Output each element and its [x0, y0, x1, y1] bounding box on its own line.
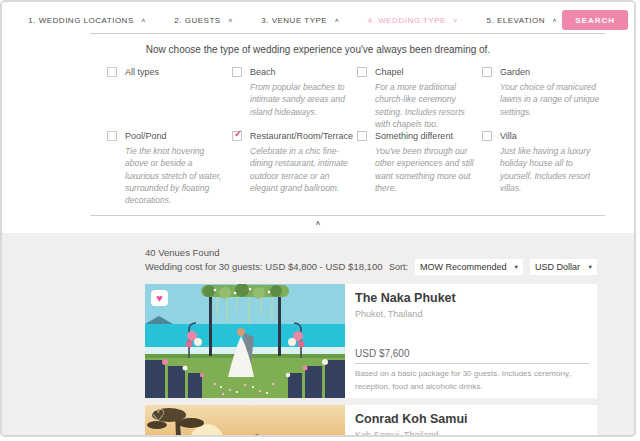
- heart-outline-icon: ♡: [151, 407, 165, 424]
- collapse-panel-chevron-icon[interactable]: ∧: [2, 219, 634, 231]
- chevron-up-icon: ∧: [141, 17, 147, 23]
- favorite-button[interactable]: ♥: [151, 290, 168, 306]
- step-label: 2. GUESTS: [174, 16, 220, 25]
- step-label: 4. WEDDING TYPE: [368, 16, 446, 25]
- chevron-up-icon: ∧: [228, 17, 234, 23]
- sort-select[interactable]: MOW Recommended: [415, 259, 523, 275]
- results-section: 40 Venues Found Wedding cost for 30 gues…: [2, 233, 634, 437]
- venue-location: Phuket, Thailand: [355, 309, 587, 319]
- divider: [90, 33, 605, 34]
- filter-option-chapel[interactable]: Chapel For a more traditional church-lik…: [357, 67, 482, 131]
- venue-package-note: Based on a basic package for 30 guests. …: [355, 368, 589, 393]
- sunset-wedding-photo: [145, 405, 345, 437]
- step-label: 3. VENUE TYPE: [261, 16, 327, 25]
- filter-option-restaurant[interactable]: ✓ Restaurant/Room/Terrace Celebrate in a…: [232, 131, 357, 207]
- venue-name: The Naka Phuket: [355, 291, 587, 305]
- checkbox-icon[interactable]: [357, 67, 367, 77]
- step-venue-type[interactable]: 3. VENUE TYPE ∧: [247, 16, 354, 25]
- venue-photo: ♡: [145, 405, 345, 437]
- wedding-search-page: 1. WEDDING LOCATIONS ∧ 2. GUESTS ∧ 3. VE…: [0, 0, 636, 437]
- filter-option-something-different[interactable]: Something different You've been through …: [357, 131, 482, 207]
- currency-select[interactable]: USD Dollar: [530, 259, 597, 275]
- chevron-up-icon: ∧: [552, 17, 558, 23]
- beach-wedding-photo: [145, 284, 345, 398]
- checkmark-icon: ✓: [234, 128, 242, 139]
- chevron-up-icon: ∧: [334, 17, 340, 23]
- intro-text: Now choose the type of wedding experienc…: [2, 44, 634, 55]
- checkbox-icon[interactable]: [357, 131, 367, 141]
- cost-range: Wedding cost for 30 guests: USD $4,800 -…: [145, 260, 382, 275]
- checkbox-icon[interactable]: [107, 131, 117, 141]
- venue-card-conrad-koh-samui[interactable]: ♡ Conrad Koh Samui Koh Samui, Thailand: [145, 405, 597, 437]
- filter-option-pool-pond[interactable]: Pool/Pond Tie the knot hovering above or…: [107, 131, 232, 207]
- checkbox-checked-icon[interactable]: ✓: [232, 131, 242, 141]
- chevron-down-icon: ∨: [453, 17, 459, 23]
- filter-option-beach[interactable]: Beach From popular beaches to intimate s…: [232, 67, 357, 131]
- step-label: 5. ELEVATION: [486, 16, 545, 25]
- currency-dropdown[interactable]: USD Dollar ▼: [530, 259, 597, 275]
- venue-location: Koh Samui, Thailand: [355, 430, 587, 437]
- sort-dropdown[interactable]: MOW Recommended ▼: [415, 259, 523, 275]
- venues-count: 40 Venues Found: [145, 246, 382, 261]
- step-wedding-type[interactable]: 4. WEDDING TYPE ∨: [354, 16, 473, 25]
- heart-icon: ♥: [156, 293, 163, 304]
- venue-price: USD $7,600: [355, 348, 589, 364]
- favorite-button[interactable]: ♡: [151, 408, 165, 424]
- venue-photo: ♥: [145, 284, 345, 398]
- checkbox-icon[interactable]: [232, 67, 242, 77]
- venue-name: Conrad Koh Samui: [355, 412, 587, 426]
- filter-option-villa[interactable]: Villa Just like having a luxury holiday …: [482, 131, 607, 207]
- sort-label: Sort:: [389, 262, 408, 272]
- checkbox-icon[interactable]: [482, 131, 492, 141]
- step-elevation[interactable]: 5. ELEVATION ∧: [472, 16, 571, 25]
- results-header: 40 Venues Found Wedding cost for 30 gues…: [145, 246, 597, 275]
- checkbox-icon[interactable]: [482, 67, 492, 77]
- wedding-type-options: All types Beach From popular beaches to …: [107, 67, 634, 207]
- filter-option-garden[interactable]: Garden Your choice of manicured lawns in…: [482, 67, 607, 131]
- filter-option-all-types[interactable]: All types: [107, 67, 232, 131]
- step-navigation: 1. WEDDING LOCATIONS ∧ 2. GUESTS ∧ 3. VE…: [2, 10, 634, 30]
- step-label: 1. WEDDING LOCATIONS: [28, 16, 133, 25]
- step-wedding-locations[interactable]: 1. WEDDING LOCATIONS ∧: [14, 16, 160, 25]
- filter-panel: 1. WEDDING LOCATIONS ∧ 2. GUESTS ∧ 3. VE…: [2, 2, 634, 233]
- divider: [90, 215, 605, 216]
- checkbox-icon[interactable]: [107, 67, 117, 77]
- search-button[interactable]: SEARCH: [562, 10, 628, 30]
- step-guests[interactable]: 2. GUESTS ∧: [160, 16, 247, 25]
- venue-card-naka-phuket[interactable]: ♥ The Naka Phuket Phuket, Thailand USD $…: [145, 284, 597, 398]
